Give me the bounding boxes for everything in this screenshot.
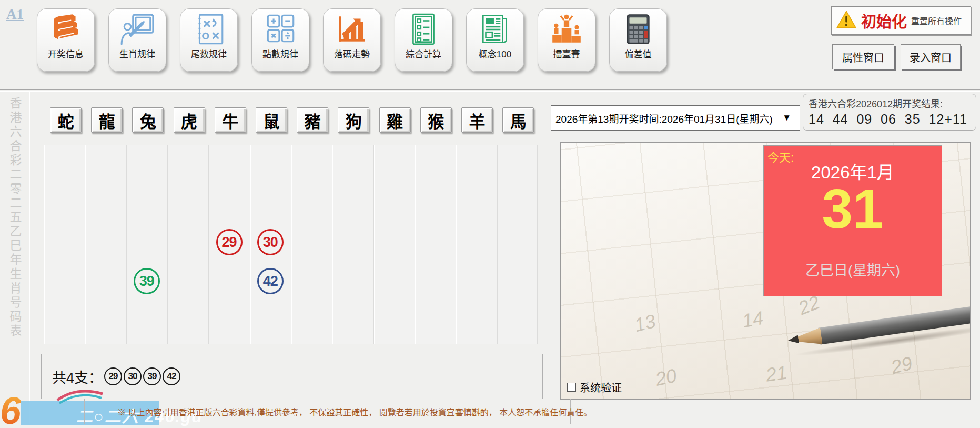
toolbar-button-label: 开奖信息 <box>48 47 84 60</box>
system-verify-checkbox[interactable]: 系统验证 <box>567 380 622 395</box>
horizontal-separator <box>0 89 980 92</box>
zodiac-button-12[interactable]: 馬 <box>502 107 534 133</box>
teacher-board-icon <box>120 13 155 46</box>
period-dropdown[interactable]: 2026年第13期开奖时间:2026年01月31日(星期六) ▼ <box>551 105 800 131</box>
chevron-down-icon: ▼ <box>782 113 791 123</box>
today-day: 31 <box>764 178 942 240</box>
calendar-panel: 131422202129 今天: 2026年1月 31 乙巳日(星期六) 系统验… <box>560 142 971 400</box>
zodiac-button-7[interactable]: 豬 <box>297 107 328 133</box>
initialize-sublabel: 重置所有操作 <box>911 14 962 27</box>
toolbar-button-8[interactable]: 擂臺賽 <box>538 8 595 72</box>
chart-gridline <box>456 145 457 344</box>
toolbar-button-label: 概念100 <box>479 47 511 60</box>
zodiac-button-8[interactable]: 狗 <box>338 107 369 133</box>
vertical-title: 香港六合彩二零二五乙巳年生肖号码表 <box>6 97 24 339</box>
zodiac-button-5[interactable]: 牛 <box>215 107 246 133</box>
summary-box: 共4支： 29303942 <box>41 354 543 399</box>
summary-circled-number: 39 <box>143 367 161 385</box>
vertical-separator <box>28 91 30 424</box>
chart-gridline <box>537 145 538 344</box>
initialize-label: 初始化 <box>861 9 907 32</box>
toolbar-button-label: 尾数规律 <box>191 47 227 60</box>
toolbar-button-label: 生肖规律 <box>119 47 155 60</box>
chart-gridline <box>250 145 251 344</box>
chart-gridline <box>126 145 127 344</box>
toolbar-button-7[interactable]: 概念100 <box>466 8 524 72</box>
summary-label: 共4支： <box>52 366 103 387</box>
toolbar-button-6[interactable]: 綜合計算 <box>395 8 452 72</box>
chart-gridline <box>415 145 416 344</box>
checklist-icon <box>406 13 441 46</box>
chart-gridline <box>208 145 209 344</box>
chart-gridline <box>44 145 45 344</box>
result-numbers: 14 44 09 06 35 12+11 <box>809 112 976 127</box>
zodiac-button-6[interactable]: 鼠 <box>256 107 287 133</box>
zodiac-button-11[interactable]: 羊 <box>461 107 493 133</box>
app-logo: A1 <box>6 6 24 23</box>
toolbar-button-3[interactable]: 尾数规律 <box>180 8 238 72</box>
summary-circled-number: 42 <box>163 367 180 385</box>
trend-chart-icon <box>335 13 369 46</box>
toolbar-button-label: 綜合計算 <box>406 47 441 60</box>
calendar-faint-number: 14 <box>741 307 765 332</box>
zodiac-button-10[interactable]: 猴 <box>420 107 452 133</box>
toolbar-button-1[interactable]: 开奖信息 <box>37 8 95 72</box>
watermark-logo: 6 <box>0 392 21 428</box>
chart-gridline <box>85 145 86 344</box>
zodiac-number-chart: 29303942 <box>44 145 538 344</box>
chart-gridline <box>497 145 498 344</box>
math-operators-icon <box>263 13 298 46</box>
chart-gridline <box>167 145 168 344</box>
toolbar-button-4[interactable]: 點數規律 <box>251 8 309 72</box>
zodiac-button-4[interactable]: 虎 <box>174 107 205 133</box>
chart-number-30: 30 <box>257 229 284 255</box>
disclaimer-box: ※ 以上內容引用香港正版六合彩資料,僅提供參考， 不保證其正確性， 閱覽者若用於… <box>84 399 571 424</box>
toolbar-button-label: 擂臺賽 <box>553 47 580 60</box>
toolbar-button-label: 偏差值 <box>625 47 652 60</box>
toolbar-button-label: 點數規律 <box>262 47 298 60</box>
toolbar-button-9[interactable]: 偏差值 <box>609 8 667 72</box>
entry-window-button[interactable]: 录入窗口 <box>901 44 961 69</box>
today-day-info: 乙巳日(星期六) <box>764 259 942 280</box>
zodiac-button-3[interactable]: 兔 <box>132 107 164 133</box>
calendar-faint-number: 21 <box>764 361 789 386</box>
summary-circled-number: 29 <box>104 367 122 385</box>
books-icon <box>48 13 83 46</box>
property-window-button[interactable]: 属性窗口 <box>832 44 894 69</box>
warning-icon <box>836 10 857 31</box>
zodiac-button-9[interactable]: 雞 <box>379 107 411 133</box>
summary-circled-number: 30 <box>124 367 142 385</box>
chart-gridline <box>332 145 333 344</box>
zodiac-button-2[interactable]: 龍 <box>91 107 123 133</box>
disclaimer-text: ※ 以上內容引用香港正版六合彩資料,僅提供參考， 不保證其正確性， 閱覽者若用於… <box>117 405 592 418</box>
chart-number-42: 42 <box>257 268 284 294</box>
calculator-icon <box>621 13 655 46</box>
result-box: 香港六合彩2026012期开奖结果: 14 44 09 06 35 12+11 <box>803 94 976 131</box>
toolbar-button-label: 落碼走勢 <box>334 47 370 60</box>
system-verify-label: 系统验证 <box>580 380 622 395</box>
toolbar-button-2[interactable]: 生肖规律 <box>108 8 166 72</box>
period-dropdown-value: 2026年第13期开奖时间:2026年01月31日(星期六) <box>555 111 773 125</box>
calendar-faint-number: 20 <box>653 364 679 390</box>
today-card: 今天: 2026年1月 31 乙巳日(星期六) <box>763 145 942 296</box>
podium-icon <box>549 13 584 46</box>
summary-numbers: 29303942 <box>103 367 180 385</box>
chart-gridline <box>373 145 375 344</box>
newspaper-icon <box>478 13 512 46</box>
initialize-button[interactable]: 初始化 重置所有操作 <box>831 6 971 35</box>
chart-number-39: 39 <box>134 268 160 294</box>
zodiac-button-1[interactable]: 蛇 <box>50 107 82 133</box>
strategy-notebook-icon <box>191 13 226 46</box>
chart-gridline <box>291 145 292 344</box>
toolbar-button-5[interactable]: 落碼走勢 <box>323 8 381 72</box>
result-title: 香港六合彩2026012期开奖结果: <box>809 96 976 110</box>
checkbox-icon[interactable] <box>567 383 576 392</box>
chart-number-29: 29 <box>216 229 243 255</box>
